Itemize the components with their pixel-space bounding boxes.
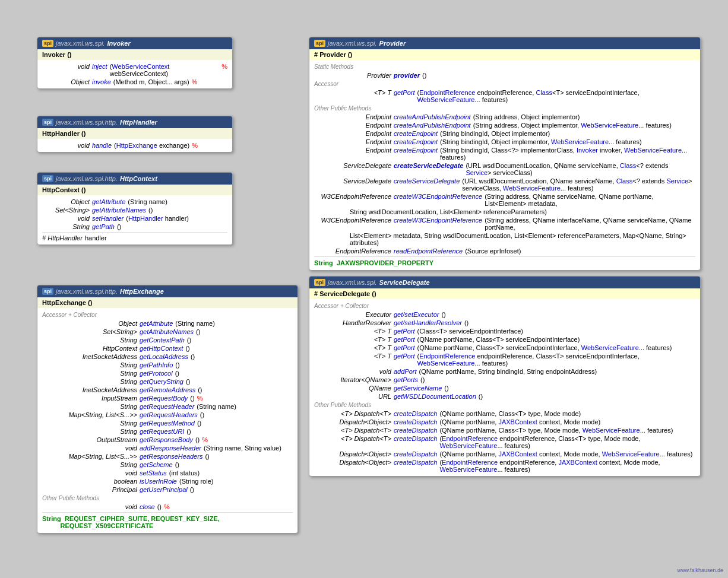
he-p-gs: () <box>175 461 179 468</box>
p-ret2: Endpoint <box>314 122 391 129</box>
he-ret-grhs2: Map<String, List<S...>> <box>42 453 137 460</box>
sd-cd3-name: createDispatch <box>394 427 437 434</box>
he-method-gru: String getRequestURI () <box>42 427 293 436</box>
he-ret-grm: String <box>42 420 137 427</box>
he-m-gan: getAttributeNames <box>140 328 194 335</box>
he-ret-gpi: String <box>42 361 137 369</box>
httpexchange-spi-icon: spi <box>42 288 53 295</box>
p-ret8: W3CEndpointReference <box>314 193 391 200</box>
p-ret6: ServiceDelegate <box>314 162 391 169</box>
sd-other-label: Other Public Methods <box>314 401 695 409</box>
provider-method-getport-params: (EndpointReference endpointReference, Cl… <box>417 89 695 103</box>
he-ret-ga: Object <box>42 320 137 327</box>
he-ret-grb: InputStream <box>42 395 137 402</box>
httphandler-card: spi javax.xml.ws.spi.http.HttpHandler Ht… <box>37 116 233 153</box>
httphandler-body: void handle (HttpExchange exchange) % <box>37 139 232 152</box>
invoker-pkg: javax.xml.ws.spi. <box>56 40 105 47</box>
he-p-close: () <box>157 503 162 510</box>
he-ret-gra: InetSocketAddress <box>42 386 137 393</box>
p-p3: (String bindingId, Object implementor) <box>440 130 550 137</box>
p-p8: (String address, QName serviceName, QNam… <box>485 193 695 207</box>
sd-cd6-name: createDispatch <box>394 459 437 466</box>
sd-cd1-ret: <T> Dispatch<T> <box>314 410 391 417</box>
httpcontext-method-getattr: Object getAttribute (String name) <box>42 198 227 206</box>
httpcontext-method-getattr-params: (String name) <box>128 198 167 205</box>
he-p-gprot: () <box>175 370 179 377</box>
httpcontext-constructor: HttpContext () <box>37 185 232 195</box>
he-ret-gs: String <box>42 461 137 468</box>
he-m-grsb: getResponseBody <box>140 436 193 443</box>
sd-cd4-ret: <T> Dispatch<T> <box>314 435 391 442</box>
he-ret-close: void <box>42 503 137 510</box>
he-method-gcp: String getContextPath () <box>42 336 293 344</box>
invoker-card: spi javax.xml.ws.spi.Invoker Invoker () … <box>37 37 233 89</box>
httpcontext-body: Object getAttribute (String name) Set<St… <box>37 195 232 244</box>
httpcontext-ret-void2: void <box>42 215 90 222</box>
invoker-method-inject: void inject (WebServiceContext webServic… <box>42 62 227 78</box>
he-method-gprot: String getProtocol () <box>42 369 293 377</box>
httpcontext-method-sethandler: void setHandler (HttpHandler handler) <box>42 214 227 223</box>
p-p7: (URL wsdlDocumentLocation, QName service… <box>462 177 695 192</box>
he-ret-ss: void <box>42 469 137 477</box>
he-p-grsb: () <box>195 436 200 443</box>
watermark: www.falkhausen.de <box>677 567 723 573</box>
httpcontext-field-handler: # HttpHandler handler <box>42 234 227 242</box>
servicedelegate-header: spi javax.xml.ws.spi.ServiceDelegate <box>309 277 700 288</box>
p-m5: createEndpoint <box>394 147 438 154</box>
he-ret-gqs: String <box>42 378 137 385</box>
p-ret1: Endpoint <box>314 113 391 120</box>
httphandler-spi-icon: spi <box>42 119 53 126</box>
provider-ret-provider: Provider <box>314 72 391 79</box>
httpcontext-classname: HttpContext <box>120 175 157 182</box>
he-p-ga: (String name) <box>175 320 215 327</box>
he-m-grh: getRequestHeader <box>140 403 194 410</box>
he-m-iuir: isUserInRole <box>140 478 177 485</box>
sd-ret-gp3: <T> T <box>314 344 391 351</box>
p-ret10: EndpointReference <box>314 247 391 255</box>
he-ret-grh: String <box>42 403 137 410</box>
he-method-grb: InputStream getRequestBody () % <box>42 394 293 402</box>
he-method-grhs: Map<String, List<S...>> getRequestHeader… <box>42 411 293 419</box>
sd-p-gp3: (QName portName, Class<T> serviceEndpoin… <box>417 344 672 351</box>
he-method-iuir: boolean isUserInRole (String role) <box>42 477 293 485</box>
he-method-ga: Object getAttribute (String name) <box>42 319 293 328</box>
sd-cd2-ret: Dispatch<Object> <box>314 418 391 425</box>
sd-ret-gports: Iterator<QName> <box>314 376 391 383</box>
he-p-gup: () <box>190 486 194 493</box>
httpcontext-method-getattr-name: getAttribute <box>92 198 125 205</box>
he-ret-arh: void <box>42 444 137 452</box>
servicedelegate-pkg: javax.xml.ws.spi. <box>328 279 377 286</box>
sd-ret-ap: void <box>314 368 391 375</box>
httpexchange-header: spi javax.xml.ws.spi.http.HttpExchange <box>37 285 297 297</box>
httpcontext-ret-object: Object <box>42 198 90 205</box>
he-method-close: void close () % <box>42 503 293 511</box>
he-ret-gla: InetSocketAddress <box>42 353 137 360</box>
provider-spi-icon: spi <box>314 40 325 47</box>
httpcontext-header: spi javax.xml.ws.spi.http.HttpContext <box>37 173 232 185</box>
p-m6: createServiceDelegate <box>394 162 463 169</box>
provider-header: spi javax.xml.ws.spi.Provider <box>309 37 700 49</box>
sd-p-gp1: (Class<T> serviceEndpointInterface) <box>417 328 523 335</box>
sd-method-hr: HandlerResolver get/setHandlerResolver (… <box>314 319 695 327</box>
httpexchange-card: spi javax.xml.ws.spi.http.HttpExchange H… <box>37 285 298 533</box>
provider-method-cw2: W3CEndpointReference createW3CEndpointRe… <box>314 216 695 231</box>
he-method-gla: InetSocketAddress getLocalAddress () <box>42 352 293 361</box>
httpcontext-ret-setstring: Set<String> <box>42 207 90 214</box>
sd-cd4-name: createDispatch <box>394 435 437 442</box>
he-method-grhs2: Map<String, List<S...>> getResponseHeade… <box>42 452 293 461</box>
he-ret-gcp: String <box>42 336 137 344</box>
sd-cd5-name: createDispatch <box>394 450 437 458</box>
invoker-method-invoke: Object invoke (Method m, Object... args)… <box>42 78 227 86</box>
p-m8: createW3CEndpointReference <box>394 193 482 200</box>
provider-method-cw1-cont: String wsdlDocumentLocation, List<Elemen… <box>314 208 695 216</box>
he-ret-iuir: boolean <box>42 478 137 485</box>
provider-constant: String JAXWSPROVIDER_PROPERTY <box>314 258 695 268</box>
he-method-grh: String getRequestHeader (String name) <box>42 402 293 411</box>
provider-accessor-label: Accessor <box>314 80 695 88</box>
sd-m-gwsdl: getWSDLDocumentLocation <box>394 393 476 400</box>
httpcontext-method-getpath-name: getPath <box>92 223 115 230</box>
he-method-ss: void setStatus (int status) <box>42 469 293 477</box>
sd-ret-gsn: QName <box>314 385 391 392</box>
servicedelegate-classname: ServiceDelegate <box>379 279 430 286</box>
httpcontext-ret-string: String <box>42 223 90 230</box>
